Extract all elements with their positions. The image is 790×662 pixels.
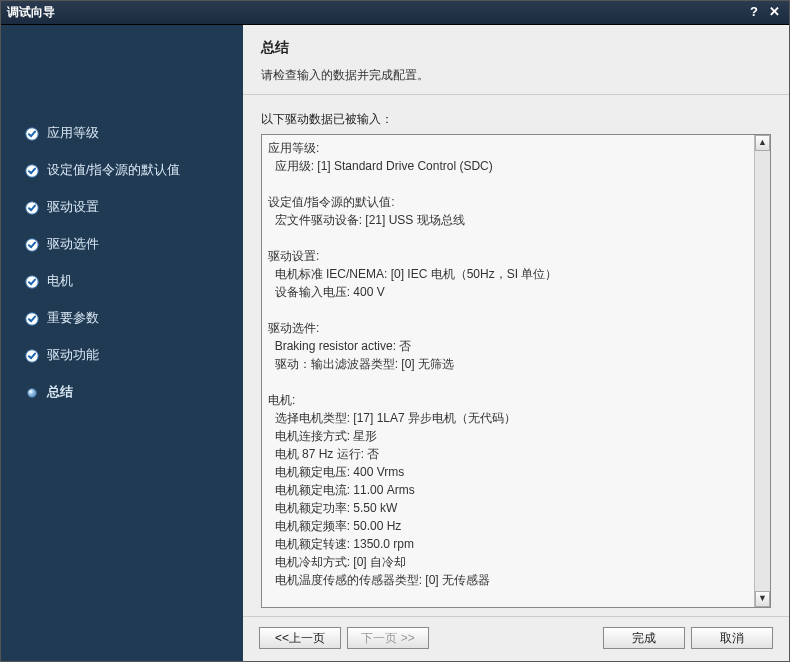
summary-box: ▲ ▼ xyxy=(261,134,771,608)
body: 应用等级设定值/指令源的默认值驱动设置驱动选件电机重要参数驱动功能总结 总结 请… xyxy=(1,25,789,661)
sidebar-item-0[interactable]: 应用等级 xyxy=(25,115,243,152)
sidebar-item-label: 驱动选件 xyxy=(47,236,99,253)
sidebar-item-5[interactable]: 重要参数 xyxy=(25,300,243,337)
check-icon xyxy=(25,201,39,215)
check-icon xyxy=(25,275,39,289)
summary-label: 以下驱动数据已被输入： xyxy=(261,111,771,128)
cancel-button[interactable]: 取消 xyxy=(691,627,773,649)
header: 总结 请检查输入的数据并完成配置。 xyxy=(243,25,789,95)
page-title: 总结 xyxy=(261,39,771,57)
summary-textarea[interactable] xyxy=(262,135,754,607)
wizard-window: 调试向导 ? ✕ 应用等级设定值/指令源的默认值驱动设置驱动选件电机重要参数驱动… xyxy=(0,0,790,662)
main-panel: 总结 请检查输入的数据并完成配置。 以下驱动数据已被输入： ▲ ▼ <<上一页 … xyxy=(243,25,789,661)
sidebar-item-4[interactable]: 电机 xyxy=(25,263,243,300)
check-icon xyxy=(25,127,39,141)
window-title: 调试向导 xyxy=(7,4,743,21)
sidebar-item-6[interactable]: 驱动功能 xyxy=(25,337,243,374)
check-icon xyxy=(25,164,39,178)
close-button[interactable]: ✕ xyxy=(765,5,783,21)
bullet-icon xyxy=(25,386,39,400)
sidebar-item-label: 总结 xyxy=(47,384,73,401)
footer: <<上一页 下一页 >> 完成 取消 xyxy=(243,616,789,661)
scroll-track[interactable] xyxy=(755,151,770,591)
sidebar-item-3[interactable]: 驱动选件 xyxy=(25,226,243,263)
help-button[interactable]: ? xyxy=(745,5,763,21)
scroll-down-button[interactable]: ▼ xyxy=(755,591,770,607)
sidebar-item-label: 驱动设置 xyxy=(47,199,99,216)
sidebar-item-label: 设定值/指令源的默认值 xyxy=(47,162,180,179)
titlebar: 调试向导 ? ✕ xyxy=(1,1,789,25)
check-icon xyxy=(25,349,39,363)
sidebar-item-7[interactable]: 总结 xyxy=(25,374,243,411)
sidebar-item-1[interactable]: 设定值/指令源的默认值 xyxy=(25,152,243,189)
sidebar: 应用等级设定值/指令源的默认值驱动设置驱动选件电机重要参数驱动功能总结 xyxy=(1,25,243,661)
check-icon xyxy=(25,238,39,252)
page-description: 请检查输入的数据并完成配置。 xyxy=(261,67,771,84)
next-button: 下一页 >> xyxy=(347,627,429,649)
sidebar-item-label: 电机 xyxy=(47,273,73,290)
sidebar-item-label: 应用等级 xyxy=(47,125,99,142)
scrollbar[interactable]: ▲ ▼ xyxy=(754,135,770,607)
finish-button[interactable]: 完成 xyxy=(603,627,685,649)
back-button[interactable]: <<上一页 xyxy=(259,627,341,649)
content: 以下驱动数据已被输入： ▲ ▼ xyxy=(243,95,789,616)
sidebar-item-label: 驱动功能 xyxy=(47,347,99,364)
check-icon xyxy=(25,312,39,326)
sidebar-item-2[interactable]: 驱动设置 xyxy=(25,189,243,226)
scroll-up-button[interactable]: ▲ xyxy=(755,135,770,151)
sidebar-item-label: 重要参数 xyxy=(47,310,99,327)
